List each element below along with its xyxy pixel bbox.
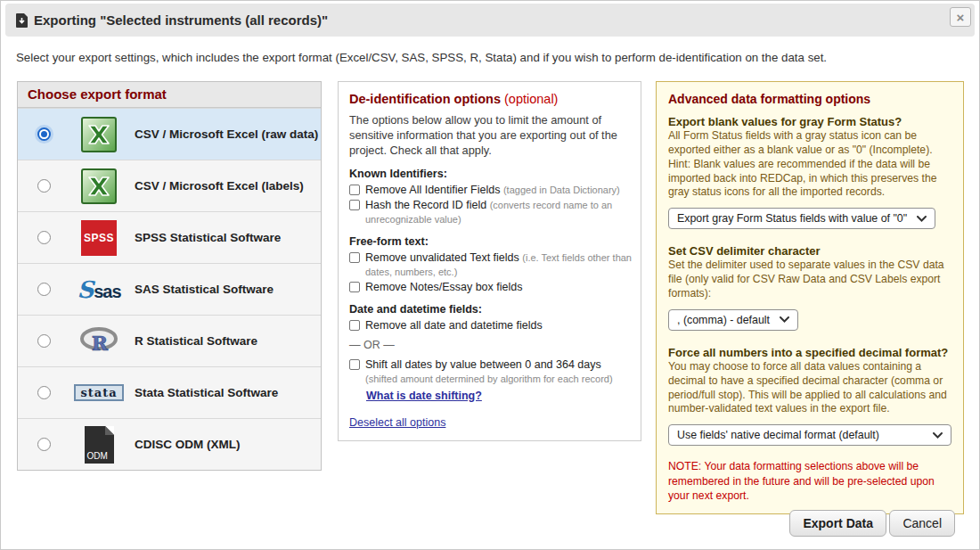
r-icon: R — [76, 327, 122, 356]
format-option-csv-labels[interactable]: CSV / Microsoft Excel (labels) — [18, 160, 321, 211]
checkbox-remove-unvalidated-text[interactable]: Remove unvalidated Text fields (i.e. Tex… — [349, 250, 632, 279]
format-option-label: SPSS Statistical Software — [135, 231, 281, 244]
close-icon: × — [957, 10, 965, 25]
checkbox[interactable] — [349, 320, 360, 331]
format-option-label: CSV / Microsoft Excel (raw data) — [135, 127, 318, 141]
checkbox-remove-identifier-fields[interactable]: Remove All Identifier Fields (tagged in … — [349, 183, 632, 197]
checkbox-shift-dates[interactable]: Shift all dates by value between 0 and 3… — [349, 357, 632, 386]
sas-logo-s: S — [77, 278, 94, 301]
export-dialog: Exporting "Selected instruments (all rec… — [0, 0, 980, 550]
format-option-label: SAS Statistical Software — [135, 283, 274, 296]
select-value: , (comma) - default — [677, 314, 770, 326]
export-data-button[interactable]: Export Data — [789, 510, 886, 537]
sas-logo-text: sas — [94, 283, 120, 300]
radio-button[interactable] — [37, 127, 51, 141]
radio-button[interactable] — [37, 386, 51, 399]
radio-button[interactable] — [37, 438, 51, 451]
format-option-odm[interactable]: ODM CDISC ODM (XML) — [18, 418, 321, 470]
date-shifting-link[interactable]: What is date shifting? — [366, 390, 482, 402]
format-option-csv-raw[interactable]: CSV / Microsoft Excel (raw data) — [18, 108, 321, 160]
format-option-r[interactable]: R R Statistical Software — [18, 315, 321, 366]
radio-button[interactable] — [37, 179, 51, 193]
checkbox[interactable] — [349, 200, 360, 210]
close-button[interactable]: × — [950, 7, 971, 27]
radio-button[interactable] — [37, 334, 51, 348]
intro-text: Select your export settings, which inclu… — [16, 51, 964, 64]
dialog-title: Exporting "Selected instruments (all rec… — [34, 12, 328, 28]
decimal-format-question: Force all numbers into a specified decim… — [668, 346, 951, 359]
excel-icon — [76, 117, 122, 152]
format-option-label: Stata Statistical Software — [135, 386, 278, 399]
checkbox[interactable] — [349, 282, 360, 292]
format-option-label: R Statistical Software — [135, 334, 257, 348]
deid-heading: De-identification options (optional) — [349, 92, 632, 106]
radio-button[interactable] — [37, 283, 51, 296]
select-value: Use fields' native decimal format (defau… — [677, 429, 879, 441]
file-download-icon — [16, 13, 28, 28]
checkbox-hint: (shifted amount determined by algorithm … — [365, 374, 613, 384]
checkbox[interactable] — [349, 252, 360, 263]
cancel-button[interactable]: Cancel — [889, 510, 955, 537]
sas-icon: Ssas — [76, 278, 122, 301]
chevron-down-icon — [780, 316, 789, 323]
free-form-label: Free-form text: — [349, 235, 632, 248]
checkbox-label: Shift all dates by value between 0 and 3… — [365, 358, 601, 371]
deid-description: The options below allow you to limit the… — [349, 113, 632, 159]
decimal-format-select[interactable]: Use fields' native decimal format (defau… — [668, 424, 951, 446]
deid-panel: De-identification options (optional) The… — [338, 81, 641, 441]
stata-logo-text: stata — [74, 384, 123, 401]
format-option-label: CSV / Microsoft Excel (labels) — [135, 179, 304, 193]
known-identifiers-label: Known Identifiers: — [349, 168, 632, 180]
checkbox-label: Remove unvalidated Text fields — [365, 251, 519, 264]
deid-heading-text: De-identification options — [349, 92, 501, 106]
stata-icon: stata — [76, 384, 122, 401]
advanced-panel: Advanced data formatting options Export … — [656, 81, 964, 514]
odm-icon: ODM — [76, 426, 122, 464]
checkbox-hash-record-id[interactable]: Hash the Record ID field (converts recor… — [349, 198, 632, 226]
deid-heading-optional: (optional) — [501, 92, 558, 106]
csv-delimiter-select[interactable]: , (comma) - default — [668, 309, 798, 331]
radio-button[interactable] — [37, 231, 51, 244]
excel-icon — [76, 168, 122, 204]
format-option-stata[interactable]: stata Stata Statistical Software — [18, 366, 321, 418]
checkbox-remove-dates[interactable]: Remove all date and datetime fields — [349, 318, 632, 332]
checkbox-hint: (tagged in Data Dictionary) — [503, 185, 620, 195]
checkbox-label: Remove Notes/Essay box fields — [365, 281, 522, 293]
checkbox-label: Remove All Identifier Fields — [365, 184, 500, 196]
checkbox[interactable] — [349, 359, 360, 370]
checkbox[interactable] — [349, 185, 360, 195]
advanced-note: NOTE: Your data formatting selections ab… — [668, 459, 951, 503]
checkbox-label: Remove all date and datetime fields — [365, 319, 543, 332]
chevron-down-icon — [917, 216, 927, 222]
spss-icon: SPSS — [76, 220, 122, 256]
dialog-titlebar: Exporting "Selected instruments (all rec… — [5, 4, 975, 37]
format-option-sas[interactable]: Ssas SAS Statistical Software — [18, 263, 321, 315]
blank-values-body: All Form Status fields with a gray statu… — [668, 129, 951, 200]
spss-logo-text: SPSS — [84, 232, 114, 244]
format-panel: Choose export format CSV / Microsoft Exc… — [17, 81, 322, 471]
r-logo-text: R — [92, 332, 109, 355]
blank-values-select[interactable]: Export gray Form Status fields with valu… — [668, 208, 935, 229]
decimal-format-body: You may choose to force all data values … — [668, 360, 951, 416]
format-option-label: CDISC ODM (XML) — [135, 438, 241, 451]
odm-logo-text: ODM — [87, 451, 108, 461]
chevron-down-icon — [933, 432, 943, 439]
or-divider: — OR — — [349, 339, 632, 351]
checkbox-label: Hash the Record ID field — [365, 199, 486, 211]
csv-delimiter-question: Set CSV delimiter character — [668, 244, 951, 258]
blank-values-question: Export blank values for gray Form Status… — [668, 115, 951, 128]
deselect-all-link[interactable]: Deselect all options — [349, 416, 445, 429]
advanced-heading: Advanced data formatting options — [668, 92, 951, 106]
dates-label: Date and datetime fields: — [349, 303, 632, 316]
checkbox-remove-notes-essay[interactable]: Remove Notes/Essay box fields — [349, 280, 632, 294]
format-option-spss[interactable]: SPSS SPSS Statistical Software — [18, 211, 321, 263]
csv-delimiter-body: Set the delimiter used to separate value… — [668, 259, 951, 301]
format-panel-heading: Choose export format — [18, 82, 321, 108]
select-value: Export gray Form Status fields with valu… — [677, 212, 907, 225]
